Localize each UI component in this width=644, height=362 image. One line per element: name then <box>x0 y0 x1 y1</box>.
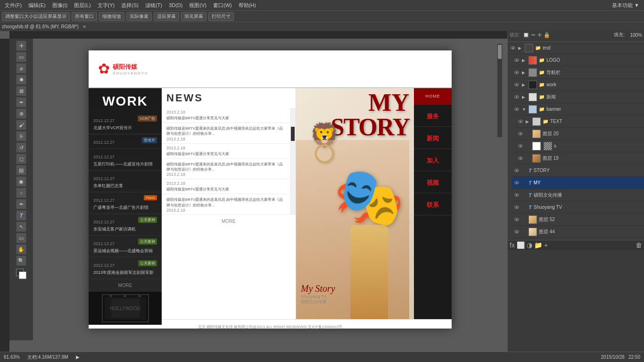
layer-eye-toggle[interactable] <box>513 69 520 76</box>
eyedropper-tool[interactable]: ✒ <box>16 97 26 107</box>
layer-adjustment-btn[interactable]: ◑ <box>527 241 532 249</box>
layer-eye-toggle[interactable] <box>513 229 520 235</box>
type-tool[interactable]: T <box>16 210 26 221</box>
layer-eye-toggle[interactable] <box>510 45 516 51</box>
lock-all-btn[interactable]: 🔒 <box>544 32 550 38</box>
layer-expand[interactable] <box>526 119 530 124</box>
canvas-vscrollbar[interactable] <box>497 43 503 138</box>
menu-view[interactable]: 视图(V) <box>186 2 209 9</box>
move-tool[interactable]: ✛ <box>16 41 26 51</box>
layer-eye-toggle[interactable] <box>513 192 520 198</box>
fit-screen-btn[interactable]: 适应屏幕 <box>154 12 179 21</box>
layer-group-btn[interactable]: 📁 <box>534 241 542 249</box>
layer-eye-toggle[interactable] <box>517 155 524 162</box>
canvas-scroll-thumb[interactable] <box>498 45 502 59</box>
zoom-scrubby-btn[interactable]: 细微缩放 <box>99 12 124 21</box>
gradient-tool[interactable]: ▤ <box>16 165 26 175</box>
zoom-tool[interactable]: 🔍 <box>16 255 26 266</box>
layer-expand[interactable] <box>522 70 527 75</box>
menu-help[interactable]: 帮助(H) <box>236 2 259 9</box>
layer-expand[interactable] <box>522 58 527 63</box>
layer-52[interactable]: 图层 52 <box>512 214 644 226</box>
layer-19[interactable]: 图层 19 <box>515 152 644 165</box>
layer-44[interactable]: 图层 44 <box>512 226 644 238</box>
layer-shuoyang-cn[interactable]: T 硕阳文化传播 <box>512 189 644 201</box>
hand-tool[interactable]: ✋ <box>16 244 26 255</box>
marquee-tool[interactable]: ▭ <box>16 52 26 62</box>
menu-window[interactable]: 窗口(W) <box>210 2 235 9</box>
layer-eye-toggle[interactable] <box>513 167 520 174</box>
nav-join[interactable]: 加入 <box>414 149 452 171</box>
layer-eye-toggle[interactable] <box>513 94 520 100</box>
print-size-btn[interactable]: 打印尺寸 <box>208 12 234 21</box>
layer-new-btn[interactable]: + <box>544 241 548 249</box>
layer-banner[interactable]: 📁 banner <box>512 103 644 115</box>
status-arrow[interactable]: ▶ <box>76 354 80 360</box>
menu-file[interactable]: 文件(F) <box>2 2 25 9</box>
layer-expand[interactable] <box>522 95 527 99</box>
brush-tool[interactable]: 🖌 <box>16 120 26 130</box>
layer-work[interactable]: 📁 work <box>512 79 644 91</box>
history-tool[interactable]: ↺ <box>16 142 26 153</box>
fill-screen-btn[interactable]: 填充屏幕 <box>181 12 206 21</box>
layer-eye-toggle[interactable] <box>517 131 524 137</box>
menu-3d[interactable]: 3D(D) <box>166 2 185 8</box>
crop-tool[interactable]: ⊠ <box>16 86 26 96</box>
layer-expand[interactable] <box>522 82 527 87</box>
layer-eye-toggle[interactable] <box>513 106 520 113</box>
all-windows-btn[interactable]: 所有窗口 <box>72 12 97 21</box>
layer-story[interactable]: T STORY <box>512 165 644 177</box>
layer-end[interactable]: 📁 end <box>508 42 644 54</box>
foreground-bg-color[interactable] <box>16 269 26 279</box>
layer-text-group[interactable]: 📁 TEXT <box>515 115 644 128</box>
fit-window-btn[interactable]: 调整窗口大小以适应屏幕显示 <box>2 12 70 21</box>
layer-s[interactable]: s <box>515 140 644 152</box>
layer-eye-toggle[interactable] <box>513 82 520 88</box>
menu-filter[interactable]: 滤镜(T) <box>142 2 165 9</box>
layer-eye-toggle[interactable] <box>517 118 524 125</box>
nav-contact[interactable]: 联系 <box>414 193 452 215</box>
pen-tool[interactable]: ✒ <box>16 199 26 209</box>
nav-news[interactable]: 新闻 <box>414 127 452 149</box>
work-more-btn[interactable]: MORE <box>89 279 162 292</box>
layer-mask-btn[interactable]: ⬜ <box>517 241 525 249</box>
quick-select-tool[interactable]: ✱ <box>16 74 26 85</box>
eraser-tool[interactable]: ◻ <box>16 154 26 164</box>
menu-edit[interactable]: 编辑(E) <box>25 2 49 9</box>
actual-pixels-btn[interactable]: 实际像素 <box>126 12 152 21</box>
layer-eye-toggle[interactable] <box>513 216 520 223</box>
menu-type[interactable]: 文字(Y) <box>95 2 118 9</box>
layer-news[interactable]: 📁 新闻 <box>512 91 644 103</box>
nav-video[interactable]: 视频 <box>414 171 452 193</box>
layer-shuoyang-tv[interactable]: T Shuoyang TV <box>512 201 644 214</box>
layer-eye-toggle[interactable] <box>513 180 520 186</box>
news-scroll-thumb[interactable] <box>291 127 295 141</box>
layer-eye-toggle[interactable] <box>513 57 520 64</box>
menu-layer[interactable]: 图层(L) <box>71 2 93 9</box>
layer-fx-btn[interactable]: fx <box>510 241 515 249</box>
dodge-tool[interactable]: ○ <box>16 188 26 198</box>
menu-image[interactable]: 图像(I) <box>50 2 70 9</box>
close-file-btn[interactable]: ✕ <box>83 24 86 29</box>
lasso-tool[interactable]: ⌀ <box>16 63 26 74</box>
lock-transparent-btn[interactable]: 🔲 <box>523 32 529 38</box>
path-selection-tool[interactable]: ↖ <box>16 222 26 232</box>
layer-20[interactable]: 图层 20 <box>515 128 644 140</box>
stamp-tool[interactable]: ⎘ <box>16 131 26 141</box>
shape-tool[interactable]: ▭ <box>16 233 26 243</box>
nav-service[interactable]: 服务 <box>414 105 452 127</box>
lock-position-btn[interactable]: ✛ <box>537 32 542 38</box>
layer-expand[interactable] <box>518 46 523 50</box>
menu-select[interactable]: 选择(S) <box>118 2 141 9</box>
healing-tool[interactable]: ⊕ <box>16 108 26 119</box>
layer-my[interactable]: T MY <box>512 177 644 189</box>
nav-home[interactable]: HOME <box>414 88 452 105</box>
news-scrollbar[interactable] <box>290 108 296 215</box>
lock-pixels-btn[interactable]: ✏ <box>531 32 536 38</box>
layer-eye-toggle[interactable] <box>513 204 520 211</box>
news-more[interactable]: MORE <box>162 215 296 228</box>
layer-navbar[interactable]: 📁 导航栏 <box>512 66 644 79</box>
blur-tool[interactable]: ◉ <box>16 176 26 187</box>
layer-delete-btn[interactable]: 🗑 <box>636 241 642 249</box>
layer-logo[interactable]: 📁 LOGO <box>512 54 644 66</box>
